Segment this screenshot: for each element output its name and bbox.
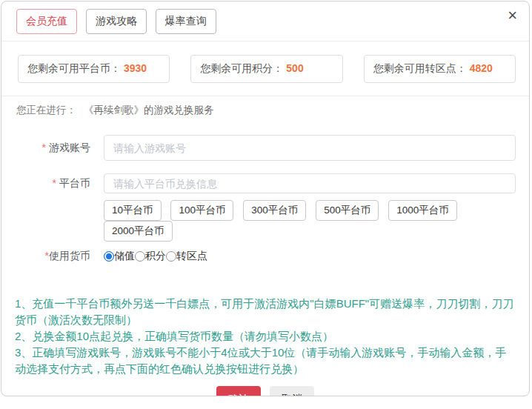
quick-amount-2000[interactable]: 2000平台币: [104, 221, 173, 242]
required-mark: *: [53, 177, 56, 189]
platform-coin-input[interactable]: [104, 173, 516, 193]
balance-platform-coin: 您剩余可用平台币：3930: [18, 55, 170, 83]
quick-amount-300[interactable]: 300平台币: [243, 200, 306, 221]
service-line: 您正在进行：《再续剑歌》的游戏兑换服务: [1, 96, 529, 124]
form-row-platform-coin: *平台币: [1, 173, 516, 193]
radio-unselected-icon: [135, 251, 145, 262]
form-row-currency: *使用货币 储值 积分 转区点: [1, 250, 529, 263]
radio-label: 转区点: [176, 250, 207, 263]
game-account-input[interactable]: [104, 135, 516, 161]
platform-coin-label: *平台币: [1, 177, 90, 190]
label-text: 游戏账号: [49, 142, 90, 153]
notice-line-1: 1、充值一千平台币额外另送一千白嫖点，可用于激活游戏内"白嫖BUFF"可赠送爆率…: [15, 296, 516, 328]
balance-row: 您剩余可用平台币：3930 您剩余可用积分：500 您剩余可用转区点：4820: [1, 41, 529, 83]
quick-amount-100[interactable]: 100平台币: [170, 200, 233, 221]
balance-transfer-points: 您剩余可用转区点：4820: [364, 55, 516, 83]
currency-label: *使用货币: [1, 250, 90, 263]
tab-game-guide[interactable]: 游戏攻略: [86, 9, 147, 34]
tab-bar: 会员充值 游戏攻略 爆率查询 ×: [1, 1, 529, 41]
balance-points: 您剩余可用积分：500: [190, 55, 342, 83]
radio-selected-icon: [104, 251, 114, 262]
tab-drop-rate-query[interactable]: 爆率查询: [156, 9, 216, 34]
radio-label: 储值: [114, 250, 135, 263]
balance-value: 3930: [124, 62, 147, 74]
notice-block: 1、充值一千平台币额外另送一千白嫖点，可用于激活游戏内"白嫖BUFF"可赠送爆率…: [15, 296, 516, 377]
balance-value: 500: [286, 62, 303, 74]
label-text: 平台币: [59, 177, 90, 189]
balance-value: 4820: [470, 62, 493, 74]
radio-points[interactable]: 积分: [135, 250, 166, 263]
service-prefix: 您正在进行：: [16, 104, 76, 116]
quick-amount-1000[interactable]: 1000平台币: [388, 200, 457, 221]
notice-line-3: 3、正确填写游戏账号，游戏账号不能小于4位或大于10位（请手动输入游戏账号，手动…: [15, 345, 516, 377]
currency-radio-group: 储值 积分 转区点: [104, 250, 207, 263]
balance-label: 您剩余可用平台币：: [27, 62, 121, 74]
exchange-form: *游戏账号 *平台币 10平台币 100平台币 300平台币 500平台币 10…: [1, 135, 529, 263]
cancel-button[interactable]: 取消: [270, 386, 314, 396]
game-account-label: *游戏账号: [1, 142, 90, 155]
recharge-dialog: 会员充值 游戏攻略 爆率查询 × 您剩余可用平台币：3930 您剩余可用积分：5…: [1, 1, 530, 396]
tab-member-recharge[interactable]: 会员充值: [16, 9, 77, 34]
quick-amount-10[interactable]: 10平台币: [104, 200, 162, 221]
balance-label: 您剩余可用转区点：: [373, 62, 467, 74]
radio-label: 积分: [145, 250, 166, 263]
radio-transfer-points[interactable]: 转区点: [166, 250, 207, 263]
radio-unselected-icon: [166, 251, 176, 262]
service-game-name: 《再续剑歌》的游戏兑换服务: [84, 104, 214, 116]
confirm-button[interactable]: 确认: [216, 386, 261, 396]
radio-stored-value[interactable]: 储值: [104, 250, 135, 263]
balance-label: 您剩余可用积分：: [200, 62, 283, 74]
quick-amount-row: 10平台币 100平台币 300平台币 500平台币 1000平台币 2000平…: [104, 200, 529, 242]
notice-line-2: 2、兑换金额10点起兑换，正确填写货币数量（请勿填写小数点）: [15, 328, 516, 345]
quick-amount-500[interactable]: 500平台币: [316, 200, 379, 221]
label-text: 使用货币: [49, 250, 90, 262]
required-mark: *: [42, 142, 46, 153]
footer-buttons: 确认 取消: [1, 386, 529, 396]
form-row-game-account: *游戏账号: [1, 135, 516, 161]
close-icon[interactable]: ×: [508, 7, 517, 24]
